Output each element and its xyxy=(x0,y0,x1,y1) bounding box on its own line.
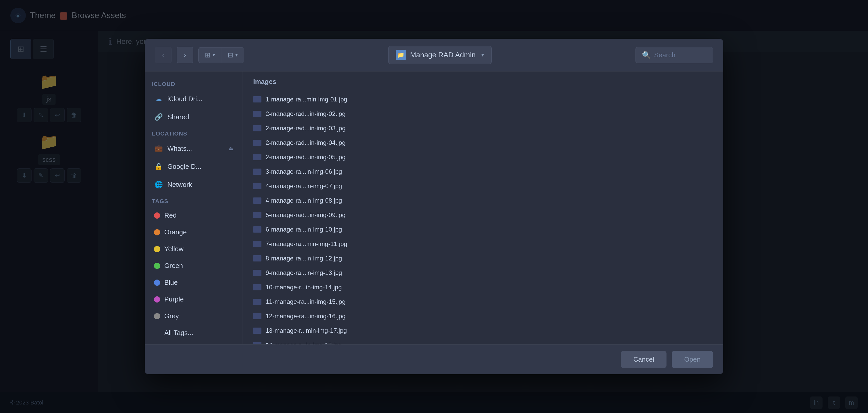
whats-label: Whats... xyxy=(167,144,192,152)
yellow-tag-label: Yellow xyxy=(164,245,183,253)
file-name: 2-manage-rad...in-img-04.jpg xyxy=(266,139,713,146)
file-thumb xyxy=(253,125,261,131)
picker-footer: Cancel Open xyxy=(145,344,723,374)
orange-tag-label: Orange xyxy=(164,228,187,236)
sidebar-item-purple[interactable]: Purple xyxy=(147,291,241,307)
file-item[interactable]: 2-manage-rad...in-img-05.jpg xyxy=(243,150,723,164)
file-thumb-img xyxy=(253,342,261,344)
search-icon: 🔍 xyxy=(642,51,651,59)
modal-overlay: ‹ › ⊞ ▾ ⊟ ▾ 📁 Manage RAD Admin ▾ 🔍 xyxy=(0,0,868,413)
cancel-button[interactable]: Cancel xyxy=(621,351,666,368)
sidebar-item-whats[interactable]: 💼 Whats... ⏏ xyxy=(147,140,241,157)
sidebar-item-yellow[interactable]: Yellow xyxy=(147,241,241,257)
location-folder-icon: 📁 xyxy=(396,50,406,60)
column-view-caret: ▾ xyxy=(213,52,215,58)
sidebar-item-orange[interactable]: Orange xyxy=(147,224,241,240)
sidebar-item-icloud-drive[interactable]: ☁ iCloud Dri... xyxy=(147,90,241,108)
picker-body: iCloud ☁ iCloud Dri... 🔗 Shared Location… xyxy=(145,71,723,344)
sidebar-item-green[interactable]: Green xyxy=(147,257,241,274)
file-thumb xyxy=(253,169,261,175)
picker-toolbar: ‹ › ⊞ ▾ ⊟ ▾ 📁 Manage RAD Admin ▾ 🔍 xyxy=(145,39,723,71)
sidebar-item-google[interactable]: 🔒 Google D... xyxy=(147,158,241,175)
grid-view-toggle-btn[interactable]: ⊟ ▾ xyxy=(221,47,244,63)
picker-sidebar: iCloud ☁ iCloud Dri... 🔗 Shared Location… xyxy=(145,71,243,344)
search-box[interactable]: 🔍 xyxy=(636,47,713,63)
section-header: Images xyxy=(243,71,723,90)
purple-tag-dot xyxy=(154,296,160,303)
sidebar-item-red[interactable]: Red xyxy=(147,207,241,223)
file-item[interactable]: 3-manage-ra...in-img-06.jpg xyxy=(243,164,723,179)
file-item[interactable]: 2-manage-rad...in-img-04.jpg xyxy=(243,136,723,150)
file-thumb-img xyxy=(253,328,261,334)
file-item[interactable]: 14-manage-r...in-img-18.jpg xyxy=(243,338,723,344)
file-thumb xyxy=(253,313,261,319)
location-name: Manage RAD Admin xyxy=(410,51,477,59)
file-thumb xyxy=(253,241,261,247)
sidebar-item-all-tags[interactable]: All Tags... xyxy=(147,325,241,341)
file-item[interactable]: 8-manage-ra...in-img-12.jpg xyxy=(243,251,723,266)
file-thumb-img xyxy=(253,125,261,131)
file-name: 1-manage-ra...min-img-01.jpg xyxy=(266,96,713,103)
file-thumb xyxy=(253,227,261,233)
file-picker-dialog: ‹ › ⊞ ▾ ⊟ ▾ 📁 Manage RAD Admin ▾ 🔍 xyxy=(145,39,723,374)
file-thumb-img xyxy=(253,284,261,290)
file-thumb xyxy=(253,183,261,189)
google-drive-icon: 🔒 xyxy=(154,162,163,171)
nav-back-btn[interactable]: ‹ xyxy=(155,47,172,63)
shared-icon: 🔗 xyxy=(154,112,163,122)
file-thumb-img xyxy=(253,96,261,102)
file-item[interactable]: 9-manage-ra...in-img-13.jpg xyxy=(243,266,723,280)
file-item[interactable]: 2-manage-rad...in-img-03.jpg xyxy=(243,121,723,136)
search-input[interactable] xyxy=(654,51,706,59)
file-thumb-img xyxy=(253,154,261,160)
picker-view-toggle: ⊞ ▾ ⊟ ▾ xyxy=(198,47,244,63)
file-name: 6-manage-ra...in-img-10.jpg xyxy=(266,226,713,233)
blue-tag-dot xyxy=(154,280,160,286)
file-item[interactable]: 12-manage-ra...in-img-16.jpg xyxy=(243,309,723,323)
column-view-btn[interactable]: ⊞ ▾ xyxy=(199,47,221,63)
file-thumb-img xyxy=(253,227,261,233)
open-button[interactable]: Open xyxy=(672,351,713,368)
file-thumb xyxy=(253,328,261,334)
file-list: 1-manage-ra...min-img-01.jpg 2-manage-ra… xyxy=(243,90,723,344)
tags-section-label: Tags xyxy=(145,194,243,207)
network-icon: 🌐 xyxy=(154,180,163,189)
file-item[interactable]: 6-manage-ra...in-img-10.jpg xyxy=(243,222,723,237)
file-name: 12-manage-ra...in-img-16.jpg xyxy=(266,313,713,320)
file-thumb xyxy=(253,255,261,262)
file-name: 3-manage-ra...in-img-06.jpg xyxy=(266,168,713,175)
location-caret-icon: ▾ xyxy=(481,51,484,58)
file-name: 10-manage-r...in-img-14.jpg xyxy=(266,284,713,291)
file-thumb-img xyxy=(253,169,261,175)
yellow-tag-dot xyxy=(154,246,160,252)
purple-tag-label: Purple xyxy=(164,295,184,303)
file-item[interactable]: 2-manage-rad...in-img-02.jpg xyxy=(243,107,723,121)
sidebar-item-grey[interactable]: Grey xyxy=(147,308,241,324)
sidebar-item-shared[interactable]: 🔗 Shared xyxy=(147,108,241,126)
icloud-section-label: iCloud xyxy=(145,77,243,90)
location-dropdown[interactable]: 📁 Manage RAD Admin ▾ xyxy=(388,46,492,64)
file-thumb-img xyxy=(253,212,261,218)
locations-section-label: Locations xyxy=(145,126,243,139)
file-item[interactable]: 7-manage-ra...min-img-11.jpg xyxy=(243,237,723,251)
sidebar-item-blue[interactable]: Blue xyxy=(147,274,241,291)
file-item[interactable]: 4-manage-ra...in-img-07.jpg xyxy=(243,179,723,193)
sidebar-item-network[interactable]: 🌐 Network xyxy=(147,176,241,193)
file-thumb xyxy=(253,284,261,290)
file-name: 2-manage-rad...in-img-05.jpg xyxy=(266,153,713,161)
file-item[interactable]: 13-manage-r...min-img-17.jpg xyxy=(243,323,723,338)
file-item[interactable]: 4-manage-ra...in-img-08.jpg xyxy=(243,193,723,208)
file-name: 13-manage-r...min-img-17.jpg xyxy=(266,327,713,334)
file-item[interactable]: 5-manage-rad...in-img-09.jpg xyxy=(243,208,723,222)
red-tag-dot xyxy=(154,212,160,219)
file-name: 5-manage-rad...in-img-09.jpg xyxy=(266,211,713,219)
file-thumb-img xyxy=(253,140,261,146)
file-name: 2-manage-rad...in-img-03.jpg xyxy=(266,125,713,132)
favourites-section-label: Favourites xyxy=(145,342,243,344)
nav-forward-btn[interactable]: › xyxy=(177,47,193,63)
file-name: 9-manage-ra...in-img-13.jpg xyxy=(266,269,713,276)
file-item[interactable]: 10-manage-r...in-img-14.jpg xyxy=(243,280,723,295)
file-item[interactable]: 1-manage-ra...min-img-01.jpg xyxy=(243,92,723,107)
file-item[interactable]: 11-manage-ra...in-img-15.jpg xyxy=(243,295,723,309)
grid-view-caret: ▾ xyxy=(235,52,238,58)
